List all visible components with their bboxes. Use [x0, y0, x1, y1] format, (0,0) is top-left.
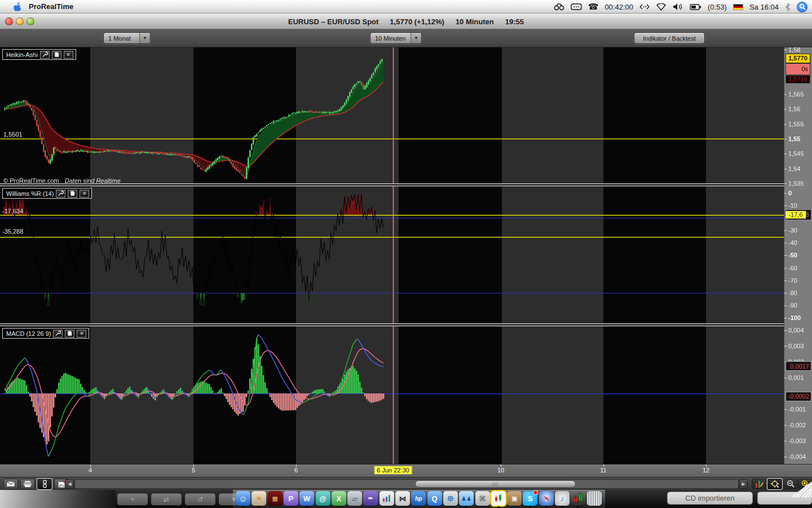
timeframe-select[interactable]: 10 Minuten ▼ [370, 32, 422, 44]
dock-item-front-row[interactable]: ▦ [268, 491, 283, 506]
indicator-settings-icon[interactable] [53, 330, 63, 338]
indicator-settings-icon[interactable] [56, 190, 65, 198]
dock-item-finder[interactable]: ☺ [236, 491, 250, 506]
axis-tick-label: -30 [784, 227, 811, 234]
detach-panel-icon[interactable] [65, 330, 74, 338]
title-timeframe: 10 Minuten [456, 17, 494, 26]
axis-value-box: 1,5770 [785, 54, 810, 63]
dock-item-safari[interactable] [539, 491, 554, 506]
dock-item-network-globe[interactable]: ⊕ [443, 491, 458, 506]
mail-icon[interactable] [3, 479, 18, 489]
scroll-left-button[interactable]: ◀ [65, 479, 74, 489]
axis-tick-label: -0,003 [784, 437, 811, 444]
running-app-indicator [560, 506, 564, 508]
running-app-indicator [464, 506, 469, 508]
volume-icon[interactable] [673, 0, 683, 14]
dock-item-remote-desktop[interactable]: ⌘ [475, 491, 490, 506]
dock-item-prt-candles[interactable] [571, 491, 585, 506]
menu-clock[interactable]: Sa 16:04 [749, 3, 779, 11]
dock-item-powerpoint[interactable]: P [284, 491, 298, 506]
itunes-shuffle-button[interactable]: ⇄ [151, 493, 182, 505]
axis-tick-label: -10 [784, 202, 811, 209]
dock-item-photo-viewer[interactable]: ▣ [507, 491, 522, 506]
dock-item-excel[interactable]: X [332, 491, 346, 506]
close-panel-icon[interactable]: ✕ [77, 330, 86, 338]
price-axis-column[interactable]: 1,581,5651,561,5551,551,5451,541,5350-10… [784, 47, 812, 477]
indicator-settings-icon[interactable] [40, 51, 50, 59]
timeframe-select-value: 10 Minuten [370, 35, 411, 42]
time-axis-strip[interactable]: 4561011126 Jun 22:30 [0, 464, 812, 477]
axis-tick-label: -100 [784, 314, 811, 321]
detach-panel-icon[interactable] [68, 190, 77, 198]
detach-panel-icon[interactable] [52, 51, 61, 59]
dock-item-messenger[interactable]: ♟♟ [459, 491, 474, 506]
axis-tick-label: -90 [784, 302, 811, 309]
german-flag-icon[interactable] [733, 4, 743, 10]
link-panels-icon[interactable] [37, 479, 52, 489]
bluetooth-icon[interactable] [785, 0, 791, 14]
panel-title: Heikin-Ashi [6, 51, 38, 58]
time-tick-label: 10 [497, 467, 504, 474]
zoom-area-icon[interactable] [767, 479, 782, 489]
binoculars-icon[interactable] [554, 0, 564, 14]
dock-item-iphoto[interactable]: ☀ [251, 491, 266, 506]
screen: ProRealTime ☎ 00:42:00 (0:53) Sa 16:04 E… [0, 0, 812, 508]
dock-item-entourage[interactable]: @ [316, 491, 330, 506]
keypad-icon[interactable] [571, 0, 582, 14]
time-scrollbar[interactable] [74, 479, 739, 489]
price-chart-canvas[interactable] [0, 47, 784, 183]
axis-value-box: 1,5716 [785, 75, 810, 84]
chevron-down-icon: ▼ [411, 33, 421, 43]
scroll-right-button[interactable]: ▶ [739, 479, 748, 489]
dock-item-chart-tool[interactable] [379, 491, 394, 506]
williams-chart-canvas[interactable] [0, 186, 784, 323]
axis-tick-label: 0,004 [784, 327, 811, 334]
williams-level-label: -17,634 [2, 208, 23, 214]
window-title-bar[interactable]: EURUSD – EUR/USD Spot 1,5770 (+1,12%) 10… [0, 14, 812, 29]
running-app-indicator [241, 506, 245, 508]
dock-item-ink[interactable]: ✒ [363, 491, 378, 506]
dock-item-prorealtime[interactable] [491, 491, 506, 506]
sync-arrows-icon[interactable] [639, 0, 650, 14]
time-tick-label: 12 [703, 467, 709, 474]
dock-item-itunes[interactable]: ♪ [555, 491, 570, 506]
range-select[interactable]: 1 Monat ▼ [103, 32, 151, 44]
dock-item-keynote[interactable]: ▱ [347, 491, 362, 506]
apple-menu-icon[interactable] [12, 2, 21, 11]
active-app-name[interactable]: ProRealTime [29, 2, 73, 11]
axis-tick-label: -0,001 [784, 406, 811, 413]
axis-value-box: 0,0017 [785, 361, 811, 371]
time-tick-label: 5 [192, 467, 195, 474]
close-panel-icon[interactable]: ✕ [64, 51, 73, 59]
panel-separator[interactable] [0, 323, 812, 326]
scrollbar-thumb[interactable] [415, 480, 576, 488]
axis-tick-label: 1,565 [784, 91, 811, 98]
itunes-add-button[interactable]: + [117, 493, 148, 505]
dock-item-trash[interactable] [587, 491, 602, 506]
axis-tick-label: 1,56 [784, 106, 811, 112]
desktop-wallpaper-fragment [0, 490, 116, 508]
dock-item-word[interactable]: W [299, 491, 314, 506]
print-icon[interactable] [20, 479, 35, 489]
price-level-label: 1,5501 [3, 131, 23, 138]
indicator-backtest-button[interactable]: Indikator / Backtest [634, 32, 705, 44]
window-title: EURUSD – EUR/USD Spot 1,5770 (+1,12%) 10… [0, 14, 812, 29]
macd-chart-canvas[interactable] [0, 326, 784, 464]
time-tick-label: 11 [600, 467, 606, 474]
dock-item-hp-utility[interactable]: hp [411, 491, 426, 506]
spotlight-icon[interactable] [797, 2, 807, 12]
panel-label-heikin-ashi: Heikin-Ashi ✕ [2, 49, 76, 60]
zoom-out-icon[interactable] [783, 479, 798, 489]
close-panel-icon[interactable]: ✕ [80, 190, 89, 198]
time-tick-label: 6 [294, 467, 298, 474]
design-tools-icon[interactable] [752, 479, 766, 489]
battery-icon[interactable] [690, 0, 701, 14]
axis-tick-label: 0,003 [784, 343, 811, 349]
dock-item-quicktime[interactable]: Q [427, 491, 442, 506]
dock-item-delicious-library[interactable]: ⋈ [395, 491, 410, 506]
panel-separator[interactable] [0, 183, 812, 186]
phone-icon[interactable]: ☎ [588, 0, 599, 14]
itunes-repeat-button[interactable]: ↺ [185, 493, 215, 505]
cd-import-button[interactable]: CD importieren [667, 492, 753, 505]
airport-icon[interactable] [656, 0, 667, 14]
